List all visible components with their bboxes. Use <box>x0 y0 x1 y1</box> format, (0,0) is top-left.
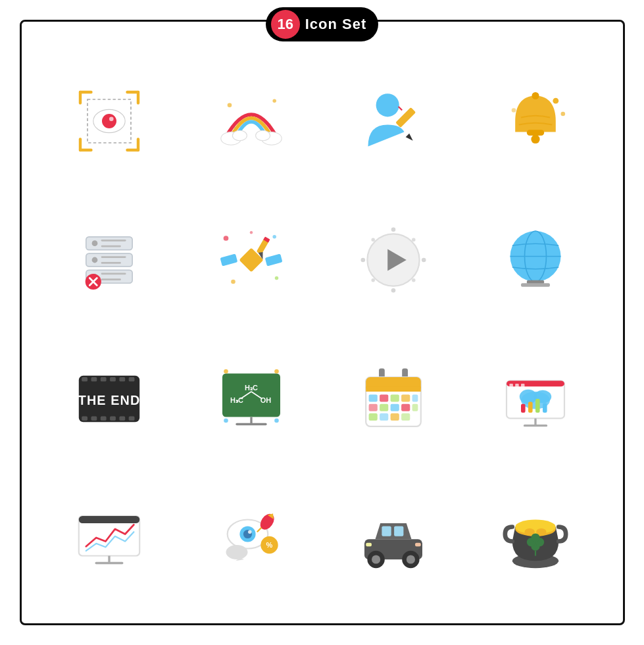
svg-rect-131 <box>78 516 139 523</box>
calendar-icon <box>326 332 461 465</box>
svg-point-19 <box>255 130 270 140</box>
svg-rect-109 <box>390 403 399 411</box>
car-icon <box>326 471 461 604</box>
svg-point-56 <box>391 227 395 232</box>
svg-rect-102 <box>368 394 377 401</box>
svg-rect-129 <box>543 403 547 412</box>
svg-point-61 <box>412 238 416 242</box>
bell-icon <box>468 55 603 187</box>
svg-rect-120 <box>521 383 525 387</box>
svg-rect-21 <box>395 107 416 127</box>
svg-text:H₃C: H₃C <box>230 396 243 403</box>
person-edit-icon <box>326 55 461 187</box>
svg-point-17 <box>232 130 247 140</box>
svg-rect-128 <box>535 399 540 413</box>
svg-rect-72 <box>82 377 87 382</box>
svg-point-46 <box>272 235 276 239</box>
svg-rect-110 <box>401 403 410 411</box>
svg-point-89 <box>274 418 279 423</box>
svg-point-12 <box>227 103 232 107</box>
svg-point-162 <box>531 533 539 542</box>
svg-rect-78 <box>82 416 87 421</box>
svg-rect-82 <box>119 416 125 421</box>
svg-rect-77 <box>128 377 134 382</box>
svg-point-11 <box>109 116 114 121</box>
eye-scan-icon <box>41 55 177 187</box>
server-delete-icon <box>41 194 177 326</box>
svg-point-24 <box>553 97 558 103</box>
svg-rect-106 <box>412 394 418 401</box>
svg-point-49 <box>249 231 252 234</box>
svg-line-23 <box>398 107 402 111</box>
svg-point-63 <box>412 278 416 282</box>
svg-rect-114 <box>390 413 399 421</box>
svg-rect-147 <box>394 526 403 536</box>
badge-number: 16 <box>271 10 300 39</box>
svg-rect-153 <box>415 542 421 546</box>
svg-rect-113 <box>380 413 388 421</box>
svg-text:H₂C: H₂C <box>245 383 258 391</box>
svg-rect-126 <box>521 403 526 412</box>
svg-text:THE END: THE END <box>78 392 140 407</box>
svg-rect-73 <box>91 377 97 382</box>
svg-rect-112 <box>368 413 377 421</box>
svg-rect-107 <box>368 403 377 411</box>
svg-rect-104 <box>390 394 399 401</box>
svg-rect-127 <box>528 401 533 413</box>
cloud-analytics-icon <box>468 332 603 465</box>
svg-rect-105 <box>401 394 410 401</box>
svg-point-27 <box>532 92 539 99</box>
svg-point-20 <box>376 93 399 116</box>
svg-rect-115 <box>401 413 410 421</box>
monitor-chart-icon <box>41 471 177 604</box>
header-badge: 16 Icon Set <box>266 7 379 41</box>
svg-rect-108 <box>380 403 388 411</box>
eye-rocket-icon: % <box>184 471 319 604</box>
svg-rect-79 <box>91 416 97 421</box>
svg-rect-52 <box>264 253 282 266</box>
svg-text:OH: OH <box>260 396 271 403</box>
svg-point-87 <box>274 369 279 373</box>
svg-point-48 <box>274 276 278 280</box>
play-button-icon <box>326 194 461 326</box>
svg-rect-80 <box>100 416 106 421</box>
svg-point-10 <box>102 114 116 128</box>
svg-point-59 <box>421 257 426 262</box>
svg-point-156 <box>515 519 556 534</box>
svg-rect-51 <box>220 253 237 266</box>
svg-point-151 <box>406 555 414 563</box>
svg-point-60 <box>371 238 375 242</box>
svg-rect-75 <box>110 377 116 382</box>
svg-rect-83 <box>128 416 134 421</box>
svg-point-25 <box>560 111 565 116</box>
svg-rect-81 <box>110 416 116 421</box>
svg-rect-103 <box>380 394 388 401</box>
svg-rect-152 <box>366 542 372 546</box>
svg-text:%: % <box>266 541 272 549</box>
globe-icon <box>468 194 603 326</box>
the-end-icon: THE END <box>41 332 177 465</box>
pot-gold-icon <box>468 471 603 604</box>
svg-point-26 <box>511 108 516 113</box>
svg-rect-146 <box>382 526 391 536</box>
svg-marker-22 <box>405 133 412 140</box>
svg-rect-118 <box>509 383 513 387</box>
svg-point-35 <box>91 257 97 263</box>
svg-point-29 <box>531 134 539 143</box>
icon-grid: THE END H₂C H₃C OH <box>22 22 623 623</box>
rainbow-icon <box>184 55 319 187</box>
svg-point-47 <box>231 279 235 284</box>
svg-rect-74 <box>100 377 106 382</box>
svg-point-31 <box>91 240 97 246</box>
svg-point-86 <box>224 369 228 373</box>
svg-rect-111 <box>412 403 418 411</box>
svg-point-13 <box>272 99 276 103</box>
svg-rect-76 <box>119 377 125 382</box>
svg-rect-28 <box>526 130 543 136</box>
svg-rect-101 <box>366 386 421 392</box>
badge-text: Icon Set <box>305 16 367 33</box>
svg-point-88 <box>224 418 228 423</box>
svg-point-58 <box>360 257 365 262</box>
svg-rect-119 <box>515 383 519 387</box>
svg-point-62 <box>371 278 375 282</box>
